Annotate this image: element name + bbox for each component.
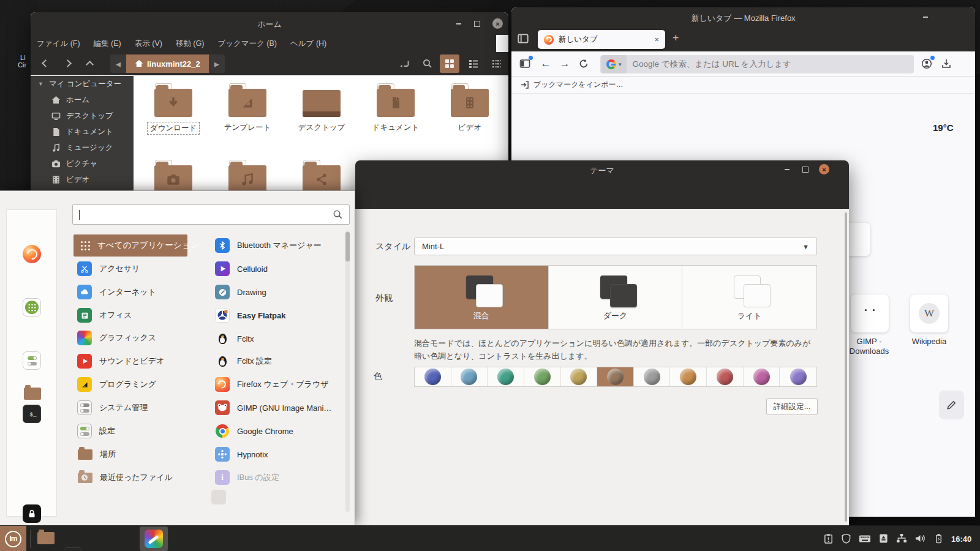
personalize-button[interactable] bbox=[939, 391, 964, 419]
system-settings-icon[interactable] bbox=[23, 351, 41, 370]
category-sound-video[interactable]: サウンドとビデオ bbox=[74, 350, 187, 372]
mode-light[interactable]: ライト bbox=[682, 266, 816, 329]
sidebar-item-pictures[interactable]: ピクチャ bbox=[31, 156, 134, 171]
taskbar-files[interactable] bbox=[37, 529, 55, 547]
url-bar[interactable]: ▾ Google で検索、または URL を入力します bbox=[600, 55, 914, 73]
newtab-search-bar-partial[interactable] bbox=[847, 223, 870, 256]
category-preferences[interactable]: 設定 bbox=[74, 420, 187, 442]
compact-view-button[interactable] bbox=[487, 54, 507, 73]
category-administration[interactable]: システム管理 bbox=[74, 397, 187, 419]
app-drawing[interactable]: Drawing bbox=[211, 281, 341, 303]
firefox-titlebar[interactable]: 新しいタブ — Mozilla Firefox bbox=[511, 7, 975, 27]
tab-new-tab[interactable]: 新しいタブ × bbox=[538, 30, 665, 49]
search-icon[interactable] bbox=[418, 54, 437, 73]
shield-tray-icon[interactable] bbox=[841, 533, 851, 544]
menu-view[interactable]: 表示 (V) bbox=[135, 39, 162, 49]
taskbar-themes-active[interactable] bbox=[140, 527, 168, 551]
weather-widget[interactable]: 19°C bbox=[933, 122, 954, 133]
shortcut-wikipedia[interactable]: W bbox=[910, 294, 948, 332]
sidebar-section-my-computer[interactable]: ▼ マイ コンピューター bbox=[31, 76, 134, 92]
close-button[interactable]: × bbox=[819, 164, 829, 174]
minimize-button[interactable] bbox=[782, 164, 793, 175]
network-tray-icon[interactable] bbox=[896, 533, 907, 544]
bookmark-import-item[interactable]: ブックマークをインポー… bbox=[533, 80, 624, 90]
category-all-applications[interactable]: すべてのアプリケーション bbox=[74, 234, 187, 257]
color-sand[interactable] bbox=[561, 367, 598, 386]
category-graphics[interactable]: グラフィックス bbox=[74, 327, 187, 349]
color-blue[interactable] bbox=[415, 367, 451, 386]
save-to-library-icon[interactable] bbox=[938, 55, 955, 72]
battery-tray-icon[interactable] bbox=[933, 533, 944, 544]
app-easy-flatpak[interactable]: Easy Flatpak bbox=[211, 304, 341, 326]
scrollbar[interactable] bbox=[845, 212, 847, 522]
menu-search-input[interactable] bbox=[72, 204, 350, 225]
folder-item-public[interactable] bbox=[290, 165, 353, 193]
app-celluloid[interactable]: Celluloid bbox=[211, 258, 341, 280]
app-google-chrome[interactable]: Google Chrome bbox=[211, 420, 341, 442]
up-button[interactable] bbox=[86, 61, 94, 69]
folder-item-templates[interactable]: テンプレート bbox=[216, 89, 279, 133]
color-red[interactable] bbox=[707, 367, 744, 386]
category-places[interactable]: 場所 bbox=[74, 443, 187, 465]
color-grey[interactable] bbox=[634, 367, 671, 386]
menu-bookmarks[interactable]: ブックマーク (B) bbox=[217, 39, 277, 49]
folder-item-videos[interactable]: ビデオ bbox=[438, 89, 502, 133]
folder-item-music[interactable] bbox=[216, 165, 279, 193]
app-fcitx[interactable]: Fcitx bbox=[211, 328, 341, 350]
app-gimp[interactable]: GIMP (GNU Image Mani… bbox=[211, 397, 341, 419]
app-fcitx-config[interactable]: Fcitx 設定 bbox=[211, 350, 341, 372]
removable-media-tray-icon[interactable] bbox=[878, 533, 889, 544]
app-ibus-settings[interactable]: i IBus の設定 bbox=[211, 467, 341, 489]
category-programming[interactable]: プログラミング bbox=[74, 373, 187, 395]
category-internet[interactable]: インターネット bbox=[74, 281, 187, 303]
restore-button[interactable] bbox=[800, 164, 811, 175]
breadcrumb-home-segment[interactable]: linuxmint22_2 bbox=[126, 54, 209, 73]
color-green[interactable] bbox=[524, 367, 561, 386]
sidebar-item-home[interactable]: ホーム bbox=[31, 92, 134, 108]
sidebar-toggle-icon[interactable] bbox=[516, 55, 533, 72]
menu-go[interactable]: 移動 (G) bbox=[176, 39, 205, 49]
sidebar-item-videos[interactable]: ビデオ bbox=[31, 171, 134, 187]
back-button[interactable] bbox=[42, 59, 50, 67]
firefox-launcher-icon[interactable] bbox=[23, 245, 41, 263]
menu-file[interactable]: ファイル (F) bbox=[37, 39, 80, 49]
style-dropdown[interactable]: Mint-L ▼ bbox=[414, 238, 817, 255]
minimize-button[interactable] bbox=[920, 12, 931, 23]
color-orange[interactable] bbox=[670, 367, 707, 386]
color-brown-selected[interactable] bbox=[597, 367, 634, 386]
app-bluetooth-manager[interactable]: Bluetooth マネージャー bbox=[211, 234, 341, 257]
terminal-icon[interactable]: $_ bbox=[23, 405, 41, 423]
keyboard-tray-icon[interactable] bbox=[859, 533, 871, 544]
folder-item-desktop[interactable]: デスクトップ bbox=[290, 89, 353, 133]
new-tab-button[interactable]: + bbox=[673, 32, 679, 45]
clipboard-tray-icon[interactable] bbox=[823, 533, 834, 544]
close-button[interactable]: × bbox=[492, 18, 503, 29]
reload-button[interactable] bbox=[575, 55, 592, 72]
category-recent-files[interactable]: 最近使ったファイル bbox=[74, 467, 196, 489]
search-engine-chip[interactable]: ▾ bbox=[601, 55, 627, 73]
theme-titlebar[interactable]: テーマ × bbox=[355, 160, 849, 209]
forward-button[interactable] bbox=[64, 59, 72, 67]
scrollbar-thumb[interactable] bbox=[345, 232, 350, 261]
sidebar-item-desktop[interactable]: デスクトップ bbox=[31, 108, 134, 124]
folder-item-pictures[interactable] bbox=[141, 165, 205, 193]
color-teal[interactable] bbox=[488, 367, 524, 386]
menu-edit[interactable]: 編集 (E) bbox=[94, 39, 121, 49]
sidebar-item-documents[interactable]: ドキュメント bbox=[31, 124, 134, 140]
color-pink[interactable] bbox=[744, 367, 780, 386]
shortcut-gimp[interactable] bbox=[851, 294, 889, 332]
toggle-location-entry-icon[interactable] bbox=[395, 54, 415, 73]
mode-dark[interactable]: ダーク bbox=[549, 266, 683, 329]
minimize-button[interactable] bbox=[453, 18, 464, 29]
category-office[interactable]: オフィス bbox=[74, 304, 187, 326]
software-manager-icon[interactable] bbox=[23, 298, 41, 317]
scrollbar-track[interactable] bbox=[345, 230, 350, 512]
back-button[interactable]: ← bbox=[537, 55, 554, 72]
lock-screen-icon[interactable] bbox=[23, 504, 41, 523]
menu-help[interactable]: ヘルプ (H) bbox=[290, 39, 326, 49]
firefox-view-icon[interactable] bbox=[516, 32, 530, 48]
app-hypnotix[interactable]: Hypnotix bbox=[211, 443, 341, 465]
folder-item-downloads[interactable]: ダウンロード bbox=[141, 89, 205, 135]
sidebar-item-music[interactable]: ミュージック bbox=[31, 140, 134, 156]
app-firefox[interactable]: Firefox ウェブ・ブラウザ bbox=[211, 373, 341, 395]
